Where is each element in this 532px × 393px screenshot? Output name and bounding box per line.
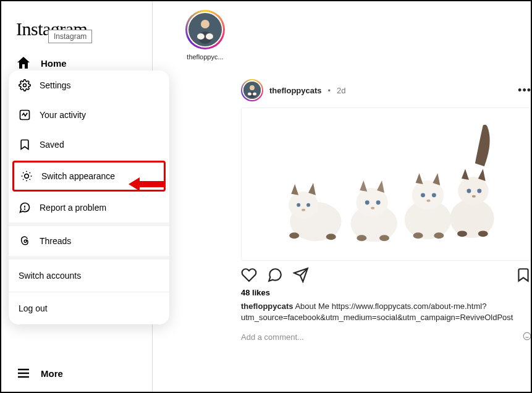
svg-line-6 — [30, 179, 30, 180]
post-likes[interactable]: 48 likes — [241, 288, 531, 297]
menu-settings[interactable]: Settings — [9, 70, 169, 100]
svg-point-51 — [467, 188, 471, 193]
svg-point-52 — [477, 188, 481, 193]
nav-more[interactable]: More — [9, 358, 70, 388]
nav-more-label: More — [41, 368, 63, 379]
svg-point-2 — [25, 174, 29, 179]
svg-point-44 — [421, 193, 425, 197]
gear-icon — [19, 79, 31, 91]
svg-point-58 — [523, 333, 531, 340]
menu-logout-label: Log out — [19, 303, 48, 313]
post-avatar — [243, 82, 261, 99]
svg-point-37 — [365, 200, 369, 205]
bookmark-icon — [19, 138, 31, 151]
svg-point-45 — [432, 193, 436, 197]
svg-line-5 — [23, 172, 23, 173]
activity-icon — [19, 109, 31, 121]
svg-line-9 — [23, 179, 23, 180]
like-button[interactable] — [241, 267, 257, 283]
comment-input[interactable]: Add a comment... — [241, 332, 304, 342]
svg-marker-13 — [129, 177, 164, 191]
svg-point-54 — [457, 230, 467, 237]
menu-report-label: Report a problem — [40, 203, 106, 213]
emoji-button[interactable] — [523, 332, 531, 342]
menu-threads[interactable]: Threads — [9, 226, 169, 256]
story-avatar — [188, 13, 222, 46]
svg-point-48 — [434, 232, 444, 239]
hamburger-icon — [16, 366, 31, 381]
save-button[interactable] — [515, 267, 531, 283]
svg-point-38 — [376, 200, 381, 205]
svg-point-50 — [458, 177, 489, 205]
svg-point-40 — [357, 235, 366, 241]
sun-icon — [20, 170, 33, 182]
nav-home-label: Home — [41, 58, 67, 69]
logo-tooltip: Instagram — [48, 30, 92, 43]
menu-settings-label: Settings — [40, 80, 71, 90]
post-actions — [241, 261, 531, 288]
post-avatar-ring[interactable] — [241, 79, 263, 101]
svg-point-33 — [289, 232, 299, 239]
arrow-annotation — [129, 175, 166, 196]
svg-point-32 — [302, 209, 305, 211]
svg-point-0 — [23, 84, 27, 87]
home-icon — [16, 56, 31, 70]
svg-point-18 — [201, 20, 209, 28]
story-item[interactable]: thefloppyc... — [183, 10, 227, 61]
svg-point-41 — [379, 235, 389, 241]
post-options-button[interactable]: ••• — [518, 84, 531, 97]
svg-point-26 — [253, 93, 256, 96]
post-timestamp: 2d — [337, 86, 345, 95]
menu-activity-label: Your activity — [40, 110, 86, 120]
post-header: thefloppycats • 2d ••• — [241, 79, 531, 101]
comment-row: Add a comment... — [241, 329, 531, 345]
svg-point-12 — [25, 209, 25, 209]
svg-point-34 — [326, 234, 336, 240]
svg-point-25 — [248, 93, 251, 96]
story-username: thefloppyc... — [187, 53, 223, 61]
post-caption: thefloppycats About Me https://www.flopp… — [241, 301, 531, 323]
svg-point-39 — [371, 207, 374, 209]
svg-point-55 — [478, 230, 488, 237]
svg-point-20 — [197, 33, 205, 40]
post-separator: • — [328, 86, 331, 95]
comment-button[interactable] — [267, 267, 283, 283]
menu-activity[interactable]: Your activity — [9, 100, 169, 130]
menu-logout[interactable]: Log out — [9, 292, 169, 324]
caption-username[interactable]: thefloppycats — [241, 302, 293, 311]
menu-saved-label: Saved — [40, 140, 64, 150]
svg-point-30 — [297, 203, 300, 207]
svg-line-10 — [30, 172, 30, 173]
menu-switch-appearance-label: Switch appearance — [41, 171, 115, 181]
stories-row: thefloppyc... — [183, 10, 520, 61]
svg-point-21 — [206, 33, 213, 40]
threads-icon — [19, 235, 31, 247]
post-username[interactable]: thefloppycats — [269, 86, 322, 95]
more-menu: Settings Your activity Saved Switch appe… — [9, 70, 169, 324]
post-image[interactable] — [241, 108, 531, 261]
svg-point-46 — [426, 200, 430, 202]
svg-point-31 — [306, 203, 310, 207]
menu-report[interactable]: Report a problem — [9, 193, 169, 222]
share-button[interactable] — [293, 267, 309, 283]
svg-point-29 — [289, 192, 318, 219]
menu-saved[interactable]: Saved — [9, 130, 169, 159]
story-ring — [185, 10, 225, 49]
report-icon — [19, 201, 31, 214]
feed-post: thefloppycats • 2d ••• — [241, 79, 531, 345]
menu-switch-accounts-label: Switch accounts — [19, 271, 81, 281]
main-feed: thefloppyc... thefloppycats • 2d ••• — [168, 1, 531, 392]
svg-point-47 — [413, 232, 423, 239]
menu-switch-accounts[interactable]: Switch accounts — [9, 260, 169, 292]
menu-threads-label: Threads — [40, 236, 71, 246]
svg-point-23 — [250, 85, 255, 90]
svg-point-53 — [472, 195, 476, 198]
